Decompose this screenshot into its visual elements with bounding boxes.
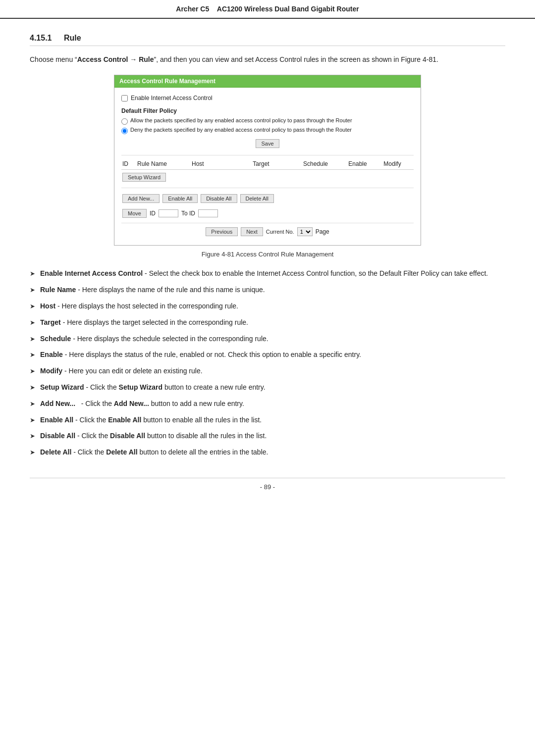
list-item: ➤ Enable All - Click the Enable All butt… bbox=[30, 414, 505, 426]
bullet-text: Setup Wizard - Click the Setup Wizard bu… bbox=[40, 382, 505, 393]
delete-all-button[interactable]: Delete All bbox=[240, 194, 274, 203]
setup-wizard-row: Setup Wizard bbox=[121, 170, 414, 185]
list-item: ➤ Setup Wizard - Click the Setup Wizard … bbox=[30, 382, 505, 393]
bullet-bold: Enable All bbox=[40, 416, 73, 424]
bullet-bold: Target bbox=[40, 318, 61, 326]
bullet-bold: Add New... bbox=[40, 400, 75, 407]
radio-deny[interactable] bbox=[121, 128, 128, 134]
divider-1 bbox=[121, 155, 414, 155]
move-button[interactable]: Move bbox=[122, 209, 147, 218]
bullet-text: Disable All - Click the Disable All butt… bbox=[40, 430, 505, 441]
section-title: 4.15.1 Rule bbox=[30, 34, 505, 46]
filter-policy-label: Default Filter Policy bbox=[121, 107, 414, 114]
list-item: ➤ Target - Here displays the target sele… bbox=[30, 317, 505, 328]
page-number: - 89 - bbox=[260, 483, 275, 491]
model-name: Archer C5 bbox=[176, 5, 209, 13]
th-rulename: Rule Name bbox=[137, 160, 192, 167]
page-footer: - 89 - bbox=[30, 478, 505, 491]
bullet-arrow: ➤ bbox=[30, 366, 35, 377]
bullet-arrow: ➤ bbox=[30, 415, 35, 426]
bullet-arrow: ➤ bbox=[30, 350, 35, 360]
radio-deny-row[interactable]: Deny the packets specified by any enable… bbox=[121, 127, 414, 134]
page-header: Archer C5 AC1200 Wireless Dual Band Giga… bbox=[0, 0, 535, 19]
intro-paragraph: Choose menu “Access Control → Rule”, and… bbox=[30, 54, 505, 65]
bullet-arrow: ➤ bbox=[30, 431, 35, 442]
radio-deny-label: Deny the packets specified by any enable… bbox=[130, 127, 352, 133]
previous-button[interactable]: Previous bbox=[206, 227, 238, 236]
th-target: Target bbox=[231, 160, 291, 167]
add-new-button[interactable]: Add New... bbox=[122, 194, 160, 203]
save-row: Save bbox=[121, 139, 414, 148]
list-item: ➤ Rule Name - Here displays the name of … bbox=[30, 284, 505, 296]
bullet-list: ➤ Enable Internet Access Control - Selec… bbox=[30, 268, 505, 458]
bullet-arrow: ➤ bbox=[30, 448, 35, 458]
th-modify: Modify bbox=[375, 160, 410, 167]
bullet-bold-inline: Add New... bbox=[114, 400, 149, 407]
disable-all-button[interactable]: Disable All bbox=[201, 194, 237, 203]
enable-all-button[interactable]: Enable All bbox=[162, 194, 198, 203]
ui-mockup: Access Control Rule Management Enable In… bbox=[114, 75, 421, 246]
product-name: AC1200 Wireless Dual Band Gigabit Router bbox=[217, 5, 359, 13]
section-number: 4.15.1 bbox=[30, 34, 52, 42]
pagination-row: Previous Next Current No. 1 Page bbox=[121, 223, 414, 238]
bullet-text: Schedule - Here displays the schedule se… bbox=[40, 333, 505, 344]
radio-allow-label: Allow the packets specified by any enabl… bbox=[130, 117, 352, 123]
radio-allow-row[interactable]: Allow the packets specified by any enabl… bbox=[121, 117, 414, 125]
current-no-label: Current No. bbox=[266, 229, 294, 235]
bullet-arrow: ➤ bbox=[30, 269, 35, 279]
list-item: ➤ Schedule - Here displays the schedule … bbox=[30, 333, 505, 345]
bullet-text: Enable - Here displays the status of the… bbox=[40, 349, 505, 360]
bullet-bold-inline: Enable All bbox=[108, 416, 141, 424]
enable-row[interactable]: Enable Internet Access Control bbox=[121, 95, 414, 101]
next-button[interactable]: Next bbox=[241, 227, 263, 236]
mockup-body: Enable Internet Access Control Default F… bbox=[114, 88, 421, 245]
save-button[interactable]: Save bbox=[256, 139, 279, 148]
radio-allow[interactable] bbox=[121, 118, 128, 125]
bullet-text: Target - Here displays the target select… bbox=[40, 317, 505, 328]
th-id: ID bbox=[122, 160, 137, 167]
bullet-arrow: ➤ bbox=[30, 383, 35, 393]
bullet-bold: Rule Name bbox=[40, 286, 76, 294]
menu-path: Access Control → Rule bbox=[77, 55, 154, 63]
bullet-bold-inline: Setup Wizard bbox=[119, 383, 163, 391]
bullet-arrow: ➤ bbox=[30, 334, 35, 345]
bullet-text: Host - Here displays the host selected i… bbox=[40, 301, 505, 311]
list-item: ➤ Enable - Here displays the status of t… bbox=[30, 349, 505, 360]
bullet-bold: Modify bbox=[40, 367, 62, 375]
section-title-text: Rule bbox=[64, 34, 81, 42]
bullet-bold-inline: Delete All bbox=[106, 448, 137, 456]
bullet-arrow: ➤ bbox=[30, 285, 35, 296]
bullet-arrow: ➤ bbox=[30, 318, 35, 328]
list-item: ➤ Add New... - Click the Add New... butt… bbox=[30, 398, 505, 409]
list-item: ➤ Delete All - Click the Delete All butt… bbox=[30, 447, 505, 458]
id-input[interactable] bbox=[159, 209, 178, 217]
page-label: Page bbox=[316, 228, 329, 235]
bullet-arrow: ➤ bbox=[30, 399, 35, 409]
to-id-input[interactable] bbox=[198, 209, 218, 217]
main-content: 4.15.1 Rule Choose menu “Access Control … bbox=[0, 19, 535, 510]
enable-checkbox[interactable] bbox=[121, 95, 128, 101]
setup-wizard-button[interactable]: Setup Wizard bbox=[122, 173, 166, 182]
th-host: Host bbox=[192, 160, 231, 167]
bullet-text: Modify - Here you can edit or delete an … bbox=[40, 365, 505, 376]
figure-caption: Figure 4-81 Access Control Rule Manageme… bbox=[202, 251, 334, 258]
bullet-bold: Enable bbox=[40, 351, 63, 358]
to-id-label: To ID bbox=[181, 210, 195, 217]
bullet-text: Add New... - Click the Add New... button… bbox=[40, 398, 505, 409]
bullet-bold: Setup Wizard bbox=[40, 383, 84, 391]
list-item: ➤ Host - Here displays the host selected… bbox=[30, 301, 505, 312]
bullet-text: Rule Name - Here displays the name of th… bbox=[40, 284, 505, 295]
bullet-text: Enable Internet Access Control - Select … bbox=[40, 268, 505, 279]
table-header-row: ID Rule Name Host Target Schedule Enable… bbox=[121, 158, 414, 170]
bullet-bold: Disable All bbox=[40, 432, 75, 440]
list-item: ➤ Modify - Here you can edit or delete a… bbox=[30, 365, 505, 377]
move-row: Move ID To ID bbox=[121, 206, 414, 221]
id-label: ID bbox=[150, 210, 156, 217]
th-schedule: Schedule bbox=[291, 160, 340, 167]
th-enable: Enable bbox=[340, 160, 375, 167]
bullet-bold: Schedule bbox=[40, 335, 71, 343]
page-select[interactable]: 1 bbox=[297, 227, 313, 236]
figure-container: Access Control Rule Management Enable In… bbox=[30, 75, 505, 258]
list-item: ➤ Enable Internet Access Control - Selec… bbox=[30, 268, 505, 279]
list-item: ➤ Disable All - Click the Disable All bu… bbox=[30, 430, 505, 442]
